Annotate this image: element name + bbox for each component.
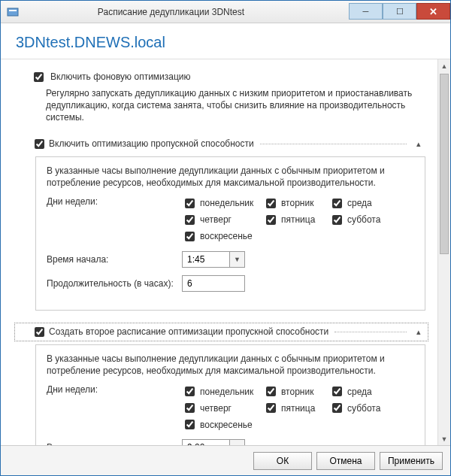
sched1-day-sat-label: суббота xyxy=(347,214,380,225)
divider xyxy=(260,144,407,144)
sched2-day-sun[interactable] xyxy=(185,420,195,429)
sched1-start-dropdown-icon[interactable]: ▼ xyxy=(229,252,244,267)
sched2-day-sat[interactable] xyxy=(332,403,342,413)
dialog-footer: ОК Отмена Применить xyxy=(1,445,450,475)
sched2-day-thu[interactable] xyxy=(185,403,195,413)
sched2-day-tue[interactable] xyxy=(266,387,276,396)
sched2-start-row: Время начала: ▼ xyxy=(47,439,416,445)
scroll-content: Включить фоновую оптимизацию Регулярно з… xyxy=(1,59,437,445)
sched2-day-wed[interactable] xyxy=(332,387,342,396)
sched1-enable-checkbox[interactable] xyxy=(35,139,44,149)
sched2-enable-checkbox[interactable] xyxy=(35,327,44,337)
sched2-desc: В указанные часы выполнение дедупликации… xyxy=(47,353,416,377)
cancel-button[interactable]: Отмена xyxy=(316,452,375,470)
sched2-day-mon-label: понедельник xyxy=(200,387,253,397)
sched2-day-tue-label: вторник xyxy=(281,387,313,397)
sched1-day-mon[interactable] xyxy=(185,199,195,208)
sched2-collapse-icon[interactable]: ▴ xyxy=(413,327,425,337)
sched1-day-wed[interactable] xyxy=(332,199,342,208)
sched2-day-fri[interactable] xyxy=(266,403,276,413)
sched1-day-fri[interactable] xyxy=(266,215,276,225)
sched1-start-combo[interactable]: ▼ xyxy=(182,251,245,268)
page-title: 3DNtest.DNEWS.local xyxy=(16,34,435,51)
sched2-day-mon[interactable] xyxy=(185,387,195,396)
sched1-day-fri-label: пятница xyxy=(281,214,315,225)
sched1-start-input[interactable] xyxy=(183,252,229,267)
apply-button[interactable]: Применить xyxy=(380,452,443,470)
sched1-duration-input[interactable] xyxy=(182,275,245,292)
sched2-start-combo[interactable]: ▼ xyxy=(182,439,245,445)
sched1-day-sun[interactable] xyxy=(185,232,195,241)
ok-button[interactable]: ОК xyxy=(253,452,312,470)
maximize-button[interactable]: ☐ xyxy=(383,3,416,20)
scroll-up-icon[interactable]: ▲ xyxy=(438,59,450,72)
minimize-button[interactable]: ─ xyxy=(349,3,383,20)
sched1-day-thu-label: четверг xyxy=(200,214,232,225)
sched1-days-label: Дни недели: xyxy=(47,196,182,207)
svg-rect-1 xyxy=(9,10,17,11)
sched1-days-row: Дни недели: понедельник четверг воскресе… xyxy=(47,196,416,244)
sched2-day-sun-label: воскресенье xyxy=(200,420,253,430)
app-icon xyxy=(7,6,19,18)
sched2-header-label: Создать второе расписание оптимизации пр… xyxy=(49,326,328,337)
subheader: 3DNtest.DNEWS.local xyxy=(1,23,450,59)
background-opt-checkbox[interactable] xyxy=(34,72,44,82)
sched2-panel: В указанные часы выполнение дедупликации… xyxy=(35,344,425,445)
dialog-window: Расписание дедупликации 3DNtest ─ ☐ ✕ 3D… xyxy=(0,0,451,476)
background-opt-row: Включить фоновую оптимизацию xyxy=(31,71,428,84)
sched2-day-wed-label: среда xyxy=(347,387,372,397)
sched2-days-label: Дни недели: xyxy=(47,384,182,395)
close-icon: ✕ xyxy=(429,6,437,17)
sched1-day-tue[interactable] xyxy=(266,199,276,208)
divider xyxy=(334,332,407,332)
scroll-thumb[interactable] xyxy=(440,74,449,254)
sched1-day-thu[interactable] xyxy=(185,215,195,225)
background-opt-desc: Регулярно запускать дедупликацию данных … xyxy=(46,87,428,124)
sched1-collapse-icon[interactable]: ▴ xyxy=(413,139,425,149)
window-buttons: ─ ☐ ✕ xyxy=(349,4,450,20)
maximize-icon: ☐ xyxy=(396,7,404,17)
sched1-days-grid: понедельник четверг воскресенье вторник … xyxy=(182,196,416,244)
close-button[interactable]: ✕ xyxy=(416,3,450,20)
sched2-day-thu-label: четверг xyxy=(200,403,232,414)
scroll-track[interactable] xyxy=(438,72,450,432)
sched1-start-row: Время начала: ▼ xyxy=(47,251,416,268)
content-area: Включить фоновую оптимизацию Регулярно з… xyxy=(1,59,450,445)
sched1-header: Включить оптимизацию пропускной способно… xyxy=(14,135,428,153)
sched1-day-mon-label: понедельник xyxy=(200,198,253,208)
sched1-duration-row: Продолжительность (в часах): xyxy=(47,275,416,292)
sched2-start-input[interactable] xyxy=(183,440,229,445)
sched1-panel: В указанные часы выполнение дедупликации… xyxy=(35,156,425,311)
background-opt-label: Включить фоновую оптимизацию xyxy=(50,71,191,82)
titlebar: Расписание дедупликации 3DNtest ─ ☐ ✕ xyxy=(1,1,450,23)
sched1-day-tue-label: вторник xyxy=(281,198,313,208)
scroll-down-icon[interactable]: ▼ xyxy=(438,432,450,445)
minimize-icon: ─ xyxy=(363,7,369,16)
sched1-day-sat[interactable] xyxy=(332,215,342,225)
svg-rect-0 xyxy=(8,8,18,16)
sched1-desc: В указанные часы выполнение дедупликации… xyxy=(47,165,416,189)
sched1-day-sun-label: воскресенье xyxy=(200,231,253,241)
sched2-header: Создать второе расписание оптимизации пр… xyxy=(14,323,428,341)
sched2-start-dropdown-icon[interactable]: ▼ xyxy=(229,440,244,445)
sched2-days-grid: понедельник четверг воскресенье вторник … xyxy=(182,384,416,432)
sched1-header-label: Включить оптимизацию пропускной способно… xyxy=(49,138,254,149)
sched1-duration-label: Продолжительность (в часах): xyxy=(47,278,182,289)
sched1-day-wed-label: среда xyxy=(347,198,372,208)
sched2-day-sat-label: суббота xyxy=(347,403,380,414)
sched2-day-fri-label: пятница xyxy=(281,403,315,414)
sched2-days-row: Дни недели: понедельник четверг воскресе… xyxy=(47,384,416,432)
sched1-start-label: Время начала: xyxy=(47,254,182,265)
window-title: Расписание дедупликации 3DNtest xyxy=(23,7,349,17)
vertical-scrollbar[interactable]: ▲ ▼ xyxy=(437,59,450,445)
